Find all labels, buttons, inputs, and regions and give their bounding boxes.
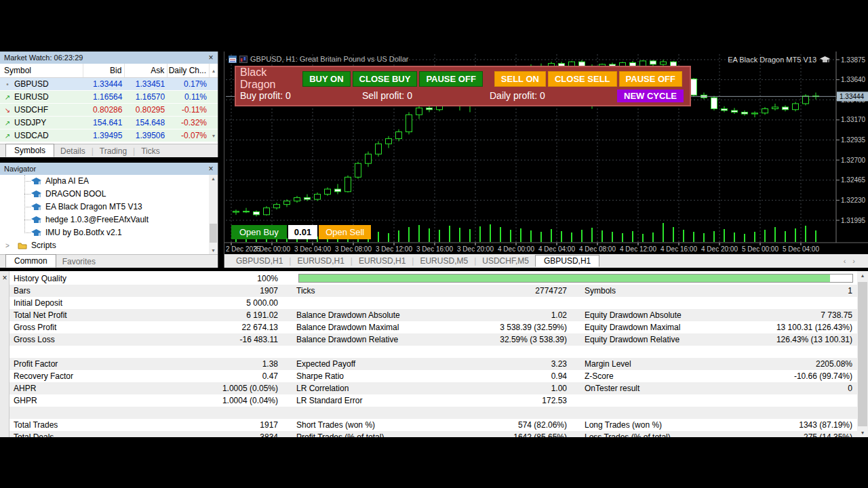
time-tick-label: 3 Dec 20:00 [457, 245, 494, 253]
column-header-ask[interactable]: Ask [125, 64, 167, 77]
stat-label: Profit Factor [14, 358, 58, 370]
price-tick-label: 1.32700 [841, 157, 866, 164]
open-buy-button[interactable]: Open Buy [231, 225, 287, 239]
expand-icon[interactable]: > [5, 239, 9, 252]
stat-value: 32.59% (3 538.39) [500, 333, 567, 346]
trend-up-icon: ↗ [4, 132, 11, 140]
chart-title-row: GBPUSD, H1: Great Britain Pound vs US Do… [229, 55, 409, 63]
navigator-item-imu-by-bo-botfx-v2-1[interactable]: IMU by Bo.Botfx v2.1 [0, 226, 218, 239]
navigator-item-label: hedge 1.0.3@FreeEAfxVault [45, 214, 149, 226]
chart-tab-3-eurusdm5[interactable]: EURUSD,M5 [414, 255, 474, 267]
stat-label: LR Standard Error [296, 394, 362, 407]
symbol-row-usdjpy[interactable]: ↗USDJPY154.641154.648-0.32% [0, 117, 218, 129]
column-header-dailych[interactable]: Daily Ch... [167, 64, 210, 77]
ea-pause-off-sell-button[interactable]: PAUSE OFF [619, 71, 682, 87]
market-watch-tabbar: SymbolsDetails|Trading|Ticks [0, 144, 218, 157]
chart-tab-2-eurusdh1[interactable]: EURUSD,H1 [353, 255, 412, 267]
navigator-panel: Navigator × Alpha AI EADRAGON BOOLEA Bla… [0, 163, 218, 268]
navigator-scrollbar[interactable]: ▴ ▾ [209, 175, 218, 254]
stat-value: 3834 [260, 431, 278, 437]
stat-label: Margin Level [585, 358, 631, 370]
tab-common[interactable]: Common [5, 254, 56, 268]
stat-value: 1642 (85.65%) [513, 431, 567, 437]
buy-profit-label: Buy profit: 0 [240, 90, 362, 101]
navigator-item-hedge-1-0-3-freeeafxvault[interactable]: hedge 1.0.3@FreeEAfxVault [0, 214, 218, 226]
screen-letterbox [0, 437, 868, 488]
price-tick-label: 1.32935 [841, 136, 866, 144]
tab-scroll-left-icon[interactable]: ‹ [844, 257, 853, 265]
trend-flat-icon: • [4, 81, 11, 88]
ea-sell-on-sell-button[interactable]: SELL ON [494, 71, 546, 87]
close-icon[interactable]: × [206, 164, 216, 174]
stat-value: 7 738.75 [821, 309, 852, 321]
ea-close-buy-button[interactable]: CLOSE BUY [353, 71, 418, 87]
stat-value: -16 483.11 [240, 333, 279, 346]
symbol-cell: ↘USDCHF [0, 105, 83, 115]
expert-advisor-icon [31, 190, 41, 199]
symbol-row-usdchf[interactable]: ↘USDCHF0.802860.80295-0.11% [0, 104, 218, 117]
ea-close-sell-sell-button[interactable]: CLOSE SELL [548, 71, 617, 87]
time-tick-label: 4 Dec 20:00 [701, 245, 738, 253]
symbol-name: GBPUSD [14, 79, 49, 89]
scroll-down-icon[interactable]: ▾ [857, 430, 868, 436]
chart-tab-5-gbpusdh1[interactable]: GBPUSD,H1 [535, 255, 599, 267]
current-price-label: 1.33444 [840, 93, 865, 100]
ea-attached-label: EA Black Dragon MT5 V13 [728, 56, 830, 64]
new-cycle-button[interactable]: NEW CYCLE [617, 89, 684, 102]
chart-tab-0-gbpusdh1[interactable]: GBPUSD,H1 [230, 255, 289, 267]
scroll-up-icon[interactable]: ▴ [210, 68, 218, 74]
stat-value: 1343 (87.19%) [799, 419, 852, 431]
tab-symbols[interactable]: Symbols [5, 144, 54, 157]
chart-tab-4-usdchfm5[interactable]: USDCHF,M5 [476, 255, 535, 267]
stat-label: Total Deals [14, 431, 54, 437]
symbol-row-eurusd[interactable]: ↗EURUSD1.165641.165700.11% [0, 91, 218, 104]
market-watch-table: •GBPUSD1.334441.334510.17%↗EURUSD1.16564… [0, 78, 218, 142]
navigator-item-alpha-ai-ea[interactable]: Alpha AI EA [0, 175, 218, 188]
close-icon[interactable]: × [0, 273, 9, 283]
scrollbar-thumb[interactable] [210, 224, 217, 243]
tab-trading[interactable]: Trading [94, 145, 133, 157]
daily-change-value: -0.11% [167, 105, 210, 115]
navigator-item-ea-black-dragon-mt5-v13[interactable]: EA Black Dragon MT5 V13 [0, 201, 218, 214]
symbol-row-gbpusd[interactable]: •GBPUSD1.334441.334510.17% [0, 78, 218, 91]
navigator-item-label: Alpha AI EA [45, 175, 89, 188]
navigator-titlebar[interactable]: Navigator × [0, 163, 218, 175]
scroll-up-icon[interactable]: ▴ [857, 272, 868, 279]
stat-label: Equity Drawdown Absolute [585, 309, 682, 321]
navigator-item-scripts[interactable]: >Scripts [0, 239, 218, 252]
stat-value: 0 [848, 382, 852, 394]
tab-scroll-right-icon[interactable]: › [852, 257, 862, 265]
navigator-item-dragon-bool[interactable]: DRAGON BOOL [0, 188, 218, 201]
ea-title-text: EA Black Dragon MT5 V13 [728, 56, 816, 64]
stat-value: 1.00 [551, 382, 567, 394]
scroll-down-icon[interactable]: ▾ [209, 247, 218, 253]
column-header-bid[interactable]: Bid [83, 64, 125, 77]
stat-value: 22 674.13 [242, 321, 278, 333]
ea-pause-off-button[interactable]: PAUSE OFF [419, 71, 482, 87]
tab-scroll-arrows[interactable]: ‹› [844, 257, 862, 265]
tab-favorites[interactable]: Favorites [56, 256, 102, 268]
tester-scrollbar[interactable]: ▴ ▾ [857, 271, 868, 437]
market-watch-header: SymbolBidAskDaily Ch...▴ [0, 64, 218, 78]
tab-details[interactable]: Details [54, 145, 92, 157]
ask-value: 0.80295 [125, 105, 167, 115]
chart-window: 1.338751.336401.334051.331701.329351.327… [224, 52, 868, 268]
close-icon[interactable]: × [206, 53, 216, 62]
scroll-up-icon[interactable]: ▴ [209, 176, 218, 182]
tab-ticks[interactable]: Ticks [135, 145, 166, 157]
quick-trade-bar: Open Buy 0.01 Open Sell [231, 225, 371, 239]
scroll-down-icon[interactable]: ▾ [210, 133, 218, 139]
ea-buy-on-button[interactable]: BUY ON [302, 71, 350, 87]
column-header-symbol[interactable]: Symbol [0, 64, 83, 77]
lot-size-input[interactable]: 0.01 [288, 225, 317, 239]
open-sell-button[interactable]: Open Sell [319, 225, 371, 239]
symbol-row-usdcad[interactable]: ↗USDCAD1.394951.39506-0.07%▾ [0, 129, 218, 142]
stat-label: Symbols [585, 285, 616, 297]
ea-profit-row: Buy profit: 0 Sell profit: 0 Daily profi… [236, 87, 690, 104]
history-quality-progressbar [298, 274, 853, 283]
chart-tab-1-eurusdh1[interactable]: EURUSD,H1 [291, 255, 350, 267]
stat-value: 2205.08% [816, 358, 852, 370]
scrollbar-thumb[interactable] [858, 282, 867, 426]
market-watch-titlebar[interactable]: Market Watch: 06:23:29 × [0, 52, 218, 64]
strategy-tester-side-tab[interactable]: × Strategy Tester [0, 271, 9, 437]
